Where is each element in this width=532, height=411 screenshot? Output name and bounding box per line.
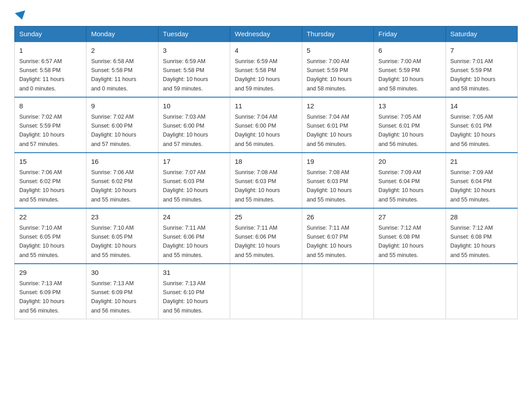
day-info: Sunrise: 7:13 AMSunset: 6:10 PMDaylight:… (163, 280, 208, 314)
day-cell: 20 Sunrise: 7:09 AMSunset: 6:04 PMDaylig… (374, 153, 446, 208)
logo-blue-container (14, 11, 26, 19)
day-number: 22 (19, 212, 82, 223)
day-number: 17 (163, 157, 225, 167)
day-cell: 26 Sunrise: 7:11 AMSunset: 6:07 PMDaylig… (302, 208, 373, 264)
day-number: 29 (19, 268, 82, 278)
day-cell: 27 Sunrise: 7:12 AMSunset: 6:08 PMDaylig… (374, 208, 446, 264)
day-info: Sunrise: 7:10 AMSunset: 6:05 PMDaylight:… (91, 225, 136, 258)
day-number: 3 (163, 46, 225, 56)
day-number: 14 (450, 101, 513, 111)
day-number: 6 (378, 46, 441, 56)
day-cell: 23 Sunrise: 7:10 AMSunset: 6:05 PMDaylig… (86, 208, 158, 264)
day-number: 5 (307, 46, 369, 56)
day-cell: 12 Sunrise: 7:04 AMSunset: 6:01 PMDaylig… (302, 97, 373, 153)
day-cell: 16 Sunrise: 7:06 AMSunset: 6:02 PMDaylig… (86, 153, 158, 208)
day-number: 19 (307, 157, 369, 167)
day-info: Sunrise: 7:04 AMSunset: 6:00 PMDaylight:… (235, 114, 280, 147)
day-info: Sunrise: 7:09 AMSunset: 6:04 PMDaylight:… (450, 169, 496, 203)
logo-triangle-icon (15, 10, 27, 21)
day-info: Sunrise: 7:08 AMSunset: 6:03 PMDaylight:… (307, 169, 352, 203)
day-info: Sunrise: 7:12 AMSunset: 6:08 PMDaylight:… (378, 225, 424, 258)
day-cell: 31 Sunrise: 7:13 AMSunset: 6:10 PMDaylig… (158, 264, 230, 319)
header-row: SundayMondayTuesdayWednesdayThursdayFrid… (15, 26, 518, 42)
day-cell: 17 Sunrise: 7:07 AMSunset: 6:03 PMDaylig… (158, 153, 230, 208)
day-cell: 1 Sunrise: 6:57 AMSunset: 5:58 PMDayligh… (15, 42, 86, 97)
day-number: 15 (19, 157, 82, 167)
day-number: 24 (163, 212, 225, 223)
day-info: Sunrise: 7:10 AMSunset: 6:05 PMDaylight:… (19, 225, 64, 258)
day-cell: 2 Sunrise: 6:58 AMSunset: 5:58 PMDayligh… (86, 42, 158, 97)
day-cell: 19 Sunrise: 7:08 AMSunset: 6:03 PMDaylig… (302, 153, 373, 208)
day-number: 11 (235, 101, 297, 111)
day-cell: 8 Sunrise: 7:02 AMSunset: 5:59 PMDayligh… (15, 97, 86, 153)
day-info: Sunrise: 7:07 AMSunset: 6:03 PMDaylight:… (163, 169, 208, 203)
day-number: 16 (91, 157, 153, 167)
day-cell: 28 Sunrise: 7:12 AMSunset: 6:08 PMDaylig… (446, 208, 517, 264)
week-row-5: 29 Sunrise: 7:13 AMSunset: 6:09 PMDaylig… (15, 264, 518, 319)
day-cell (230, 264, 302, 319)
day-cell: 15 Sunrise: 7:06 AMSunset: 6:02 PMDaylig… (15, 153, 86, 208)
day-info: Sunrise: 7:00 AMSunset: 5:59 PMDaylight:… (307, 58, 352, 92)
header-friday: Friday (374, 26, 446, 42)
day-cell (446, 264, 517, 319)
day-number: 2 (91, 46, 153, 56)
day-cell: 11 Sunrise: 7:04 AMSunset: 6:00 PMDaylig… (230, 97, 302, 153)
day-number: 26 (307, 212, 369, 223)
day-cell (374, 264, 446, 319)
day-cell: 30 Sunrise: 7:13 AMSunset: 6:09 PMDaylig… (86, 264, 158, 319)
day-cell: 14 Sunrise: 7:05 AMSunset: 6:01 PMDaylig… (446, 97, 517, 153)
day-number: 21 (450, 157, 513, 167)
day-number: 10 (163, 101, 225, 111)
day-info: Sunrise: 7:03 AMSunset: 6:00 PMDaylight:… (163, 114, 208, 147)
day-number: 30 (91, 268, 153, 278)
day-number: 31 (163, 268, 225, 278)
day-info: Sunrise: 7:11 AMSunset: 6:06 PMDaylight:… (235, 225, 280, 258)
day-cell: 22 Sunrise: 7:10 AMSunset: 6:05 PMDaylig… (15, 208, 86, 264)
week-row-3: 15 Sunrise: 7:06 AMSunset: 6:02 PMDaylig… (15, 153, 518, 208)
day-cell: 6 Sunrise: 7:00 AMSunset: 5:59 PMDayligh… (374, 42, 446, 97)
day-info: Sunrise: 7:01 AMSunset: 5:59 PMDaylight:… (450, 58, 496, 92)
day-cell: 24 Sunrise: 7:11 AMSunset: 6:06 PMDaylig… (158, 208, 230, 264)
day-cell: 3 Sunrise: 6:59 AMSunset: 5:58 PMDayligh… (158, 42, 230, 97)
day-number: 7 (450, 46, 513, 56)
day-number: 9 (91, 101, 153, 111)
day-cell: 25 Sunrise: 7:11 AMSunset: 6:06 PMDaylig… (230, 208, 302, 264)
day-info: Sunrise: 7:11 AMSunset: 6:07 PMDaylight:… (307, 225, 352, 258)
page-header (14, 11, 518, 19)
day-number: 20 (378, 157, 441, 167)
calendar-table: SundayMondayTuesdayWednesdayThursdayFrid… (14, 26, 518, 319)
day-cell: 18 Sunrise: 7:08 AMSunset: 6:03 PMDaylig… (230, 153, 302, 208)
header-monday: Monday (86, 26, 158, 42)
day-number: 18 (235, 157, 297, 167)
day-info: Sunrise: 7:05 AMSunset: 6:01 PMDaylight:… (378, 114, 424, 147)
week-row-1: 1 Sunrise: 6:57 AMSunset: 5:58 PMDayligh… (15, 42, 518, 97)
day-info: Sunrise: 6:57 AMSunset: 5:58 PMDaylight:… (19, 58, 64, 92)
header-sunday: Sunday (15, 26, 86, 42)
day-info: Sunrise: 7:13 AMSunset: 6:09 PMDaylight:… (91, 280, 136, 314)
day-info: Sunrise: 7:09 AMSunset: 6:04 PMDaylight:… (378, 169, 424, 203)
week-row-4: 22 Sunrise: 7:10 AMSunset: 6:05 PMDaylig… (15, 208, 518, 264)
day-number: 25 (235, 212, 297, 223)
day-cell: 4 Sunrise: 6:59 AMSunset: 5:58 PMDayligh… (230, 42, 302, 97)
day-info: Sunrise: 7:00 AMSunset: 5:59 PMDaylight:… (378, 58, 424, 92)
header-wednesday: Wednesday (230, 26, 302, 42)
day-number: 4 (235, 46, 297, 56)
header-tuesday: Tuesday (158, 26, 230, 42)
logo (14, 11, 26, 19)
day-cell: 21 Sunrise: 7:09 AMSunset: 6:04 PMDaylig… (446, 153, 517, 208)
day-info: Sunrise: 7:04 AMSunset: 6:01 PMDaylight:… (307, 114, 352, 147)
day-number: 27 (378, 212, 441, 223)
day-info: Sunrise: 7:08 AMSunset: 6:03 PMDaylight:… (235, 169, 280, 203)
day-info: Sunrise: 7:02 AMSunset: 5:59 PMDaylight:… (19, 114, 64, 147)
day-info: Sunrise: 7:02 AMSunset: 6:00 PMDaylight:… (91, 114, 136, 147)
day-info: Sunrise: 7:06 AMSunset: 6:02 PMDaylight:… (19, 169, 64, 203)
day-number: 12 (307, 101, 369, 111)
day-info: Sunrise: 7:13 AMSunset: 6:09 PMDaylight:… (19, 280, 64, 314)
day-info: Sunrise: 6:58 AMSunset: 5:58 PMDaylight:… (91, 58, 136, 92)
day-number: 23 (91, 212, 153, 223)
day-cell: 9 Sunrise: 7:02 AMSunset: 6:00 PMDayligh… (86, 97, 158, 153)
day-cell (302, 264, 373, 319)
day-cell: 29 Sunrise: 7:13 AMSunset: 6:09 PMDaylig… (15, 264, 86, 319)
day-cell: 7 Sunrise: 7:01 AMSunset: 5:59 PMDayligh… (446, 42, 517, 97)
header-thursday: Thursday (302, 26, 373, 42)
